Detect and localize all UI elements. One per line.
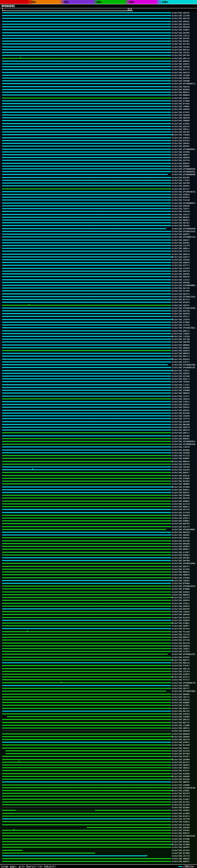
- hit-bar[interactable]: [2, 679, 171, 680]
- hit-bar[interactable]: [2, 279, 171, 280]
- hit-bar[interactable]: [2, 404, 171, 405]
- hit-bar[interactable]: [2, 739, 171, 740]
- hit-label[interactable]: UniRef100_Q01CZ6: [172, 17, 196, 20]
- hit-bar[interactable]: [2, 378, 171, 379]
- hit-label[interactable]: UniRef100_C5ZQB6: [172, 724, 196, 727]
- hit-bar[interactable]: [2, 339, 171, 340]
- hit-label[interactable]: UniRef100_B4HX52: [172, 537, 196, 539]
- hit-label[interactable]: UniRef100_UPI00015B4E...: [172, 562, 196, 565]
- hit-label[interactable]: UniRef100_Q93PA1: [172, 403, 196, 406]
- hit-label[interactable]: UniRef100_A1SED1: [172, 704, 196, 707]
- hit-bar[interactable]: [2, 776, 171, 777]
- hit-bar[interactable]: [2, 331, 171, 331]
- hit-label[interactable]: UniRef100_Q38813: [172, 97, 196, 99]
- hit-label[interactable]: UniRef100_C6KTN4: [172, 466, 196, 468]
- hit-bar[interactable]: [2, 452, 171, 453]
- hit-bar[interactable]: [2, 807, 171, 808]
- hit-bar[interactable]: [2, 103, 171, 104]
- hit-label[interactable]: UniRef100_C6SW70: [172, 415, 196, 417]
- hit-label[interactable]: UniRef100_A2I448: [172, 375, 196, 377]
- hit-label[interactable]: UniRef100_A0NB95: [172, 483, 196, 485]
- hit-label[interactable]: UniRef100_Q5RXN1: [172, 242, 196, 244]
- hit-bar[interactable]: [2, 191, 171, 192]
- hit-bar[interactable]: [2, 174, 168, 175]
- hit-bar[interactable]: [2, 146, 171, 147]
- hit-label[interactable]: UniRef100_Q5Z756: [172, 310, 196, 312]
- hit-bar[interactable]: [2, 821, 171, 822]
- hit-bar[interactable]: [2, 78, 171, 79]
- hit-bar[interactable]: [2, 106, 171, 107]
- hit-label[interactable]: UniRef100_Q16XP9: [172, 469, 196, 471]
- hit-label[interactable]: UniRef100_B60E45: [172, 162, 196, 165]
- hit-bar[interactable]: [2, 620, 171, 621]
- hit-label[interactable]: UniRef100_Q17C24: [172, 503, 196, 505]
- hit-bar[interactable]: [2, 645, 171, 646]
- hit-bar[interactable]: [2, 475, 171, 476]
- hit-label[interactable]: UniRef100_C5LS19: [172, 596, 196, 599]
- hit-bar[interactable]: [2, 157, 171, 158]
- hit-label[interactable]: UniRef100_B4FTW5: [172, 54, 196, 57]
- hit-label[interactable]: UniRef100_Q4PBT7: [172, 625, 196, 627]
- hit-label[interactable]: UniRef100_C1BJG0: [172, 335, 196, 338]
- hit-label[interactable]: UniRef100_Q1H734: [172, 159, 196, 162]
- hit-label[interactable]: UniRef100_B2JGY3: [172, 761, 196, 764]
- hit-label[interactable]: UniRef100_UPI00016E3A...: [172, 191, 196, 193]
- hit-bar[interactable]: [2, 18, 171, 19]
- hit-label[interactable]: UniRef100_B9K9W5: [172, 693, 196, 695]
- hit-bar[interactable]: [2, 674, 171, 675]
- hit-label[interactable]: UniRef100_Q1MR81: [172, 684, 196, 687]
- hit-bar[interactable]: [2, 115, 171, 116]
- hit-bar[interactable]: [5, 750, 171, 751]
- hit-bar[interactable]: [2, 856, 146, 856]
- hit-label[interactable]: UniRef100_C3ZTV4: [172, 324, 196, 327]
- hit-bar[interactable]: [2, 696, 171, 698]
- hit-label[interactable]: UniRef100_Q75PW7: [172, 656, 196, 659]
- hit-label[interactable]: UniRef100_A7SHY5: [172, 111, 196, 114]
- hit-label[interactable]: UniRef100_A9NR08: [172, 120, 196, 122]
- hit-bar[interactable]: [2, 654, 168, 655]
- hit-label[interactable]: UniRef100_C4JEP9: [172, 318, 196, 321]
- hit-label[interactable]: UniRef100_A6SRU1: [172, 372, 196, 375]
- hit-label[interactable]: UniRef100_C56573: [172, 213, 196, 216]
- hit-label[interactable]: UniRef100_B0WVL8: [172, 505, 196, 508]
- hit-label[interactable]: UniRef100_Q1BVN4: [172, 773, 196, 775]
- hit-label[interactable]: UniRef100_Q0JAC6: [172, 23, 196, 26]
- hit-bar[interactable]: [2, 600, 171, 601]
- hit-bar[interactable]: [2, 313, 171, 314]
- hit-label[interactable]: UniRef100_C4ND95: [172, 105, 196, 108]
- hit-bar[interactable]: [2, 228, 166, 229]
- hit-bar[interactable]: [2, 46, 171, 48]
- hit-label[interactable]: UniRef100_Q4CRV9: [172, 313, 196, 315]
- hit-label[interactable]: UniRef100_C5EJF9: [172, 670, 196, 673]
- hit-label[interactable]: UniRef100_A8RF04: [172, 205, 196, 207]
- hit-bar[interactable]: [2, 32, 171, 33]
- hit-bar[interactable]: [2, 705, 171, 706]
- hit-label[interactable]: UniRef100_A4JQF1: [172, 755, 196, 758]
- hit-label[interactable]: UniRef100_C5L619: [172, 633, 196, 636]
- hit-label[interactable]: UniRef100_B2T4K9: [172, 752, 196, 755]
- hit-bar[interactable]: [2, 734, 171, 734]
- hit-label[interactable]: UniRef100_B8PGA7: [172, 636, 196, 639]
- hit-bar[interactable]: [2, 398, 171, 399]
- hit-label[interactable]: UniRef100_B0X4C7: [172, 471, 196, 474]
- hit-bar[interactable]: [2, 591, 171, 592]
- hit-label[interactable]: UniRef100_Q3UB16: [172, 193, 196, 196]
- hit-bar[interactable]: [2, 273, 171, 274]
- hit-label[interactable]: UniRef100_P11223: [172, 455, 196, 457]
- hit-bar[interactable]: [2, 381, 171, 382]
- hit-bar[interactable]: [2, 234, 171, 235]
- hit-label[interactable]: UniRef100_UPI00015FD4...: [172, 307, 196, 309]
- hit-bar[interactable]: [2, 787, 171, 788]
- hit-label[interactable]: UniRef100_A3EPU4: [172, 713, 196, 715]
- hit-label[interactable]: UniRef100_Q0BFR2: [172, 781, 196, 783]
- hit-label[interactable]: UniRef100_C6ZQN2: [172, 716, 196, 718]
- hit-label[interactable]: UniRef100_C4Q8Z6: [172, 611, 196, 613]
- hit-bar[interactable]: [2, 745, 171, 745]
- hit-label[interactable]: UniRef100_A7R2P9: [172, 267, 196, 270]
- hit-bar[interactable]: [2, 603, 171, 604]
- hit-label[interactable]: UniRef100_A6MUD9: [172, 156, 196, 159]
- hit-label[interactable]: UniRef100_B7QGW8: [172, 588, 196, 590]
- hit-label[interactable]: UniRef100_B0NYE9: [172, 352, 196, 355]
- hit-bar[interactable]: [2, 177, 171, 178]
- hit-bar[interactable]: [2, 526, 171, 527]
